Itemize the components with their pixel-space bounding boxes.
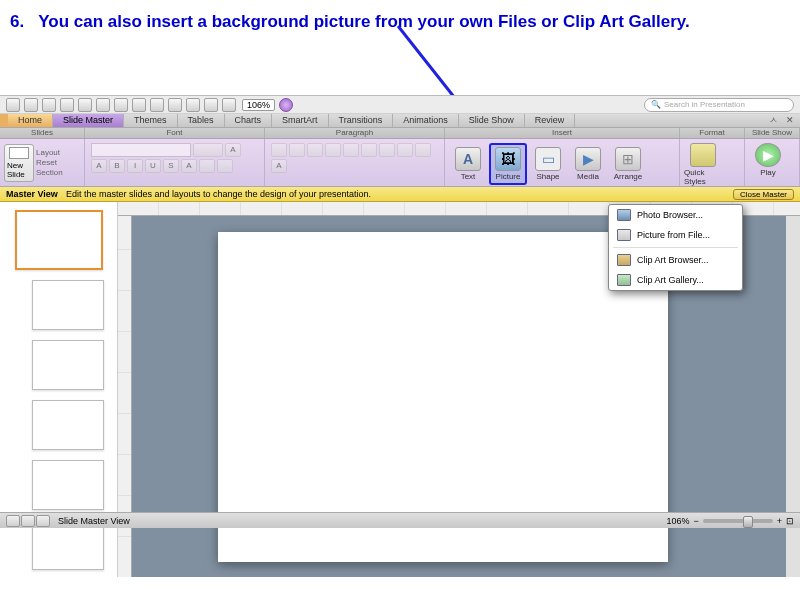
master-thumbnail[interactable] (15, 210, 103, 270)
format-icon[interactable] (168, 98, 182, 112)
group-label-format: Format (680, 128, 745, 138)
normal-view-icon[interactable] (6, 515, 20, 527)
tab-slide-master[interactable]: Slide Master (53, 114, 124, 127)
search-input[interactable]: Search in Presentation (644, 98, 794, 112)
ribbon-group-labels: Slides Font Paragraph Insert Format Slid… (0, 128, 800, 139)
numbering-icon[interactable] (289, 143, 305, 157)
clip-art-gallery-icon (617, 274, 631, 286)
text-button[interactable]: Text (449, 145, 487, 183)
shape-icon (535, 147, 561, 171)
undo-icon[interactable] (78, 98, 92, 112)
menu-clip-art-browser[interactable]: Clip Art Browser... (609, 250, 742, 270)
align-right-icon[interactable] (397, 143, 413, 157)
help-icon[interactable] (279, 98, 293, 112)
text-direction-icon[interactable]: A (271, 159, 287, 173)
shrink-font-icon[interactable]: A (91, 159, 107, 173)
status-bar: Slide Master View 106% − + ⊡ (0, 512, 800, 528)
zoom-display[interactable]: 106% (242, 99, 275, 111)
strike-button[interactable]: S (163, 159, 179, 173)
tool-icon[interactable] (222, 98, 236, 112)
group-insert: Text Picture Shape Media Arrange (445, 139, 680, 186)
font-color-icon[interactable]: A (181, 159, 197, 173)
highlight-icon[interactable] (199, 159, 215, 173)
tab-tables[interactable]: Tables (178, 114, 225, 127)
menu-separator (613, 247, 738, 248)
indent-right-icon[interactable] (325, 143, 341, 157)
play-button[interactable]: Play (749, 141, 787, 179)
tool-icon[interactable] (204, 98, 218, 112)
tool-icon[interactable] (186, 98, 200, 112)
align-left-icon[interactable] (361, 143, 377, 157)
reset-button[interactable]: Reset (36, 158, 63, 167)
zoom-in-icon[interactable]: + (777, 516, 782, 526)
shape-label: Shape (536, 172, 559, 181)
font-family-select[interactable] (91, 143, 191, 157)
tab-themes[interactable]: Themes (124, 114, 178, 127)
print-icon[interactable] (60, 98, 74, 112)
menu-label: Photo Browser... (637, 210, 703, 220)
clear-format-icon[interactable] (217, 159, 233, 173)
picture-icon (495, 147, 521, 171)
underline-button[interactable]: U (145, 159, 161, 173)
shape-button[interactable]: Shape (529, 145, 567, 183)
line-spacing-icon[interactable] (343, 143, 359, 157)
bullets-icon[interactable] (271, 143, 287, 157)
zoom-out-icon[interactable]: − (693, 516, 698, 526)
paste-icon[interactable] (150, 98, 164, 112)
group-label-insert: Insert (445, 128, 680, 138)
open-icon[interactable] (24, 98, 38, 112)
tab-animations[interactable]: Animations (393, 114, 459, 127)
tab-home[interactable]: Home (8, 114, 53, 127)
tab-transitions[interactable]: Transitions (329, 114, 394, 127)
sorter-view-icon[interactable] (21, 515, 35, 527)
menu-clip-art-gallery[interactable]: Clip Art Gallery... (609, 270, 742, 290)
fit-icon[interactable]: ⊡ (786, 516, 794, 526)
tab-slide-show[interactable]: Slide Show (459, 114, 525, 127)
menu-picture-from-file[interactable]: Picture from File... (609, 225, 742, 245)
tab-review[interactable]: Review (525, 114, 576, 127)
group-label-slides: Slides (0, 128, 85, 138)
slideshow-view-icon[interactable] (36, 515, 50, 527)
menu-label: Clip Art Browser... (637, 255, 709, 265)
arrange-button[interactable]: Arrange (609, 145, 647, 183)
slide-options: Layout Reset Section (36, 148, 63, 177)
collapse-ribbon-icon[interactable]: ㅅ ✕ (769, 114, 794, 127)
zoom-slider[interactable] (703, 519, 773, 523)
menu-photo-browser[interactable]: Photo Browser... (609, 205, 742, 225)
layout-thumbnail[interactable] (32, 340, 104, 390)
group-paragraph: A (265, 139, 445, 186)
section-button[interactable]: Section (36, 168, 63, 177)
save-icon[interactable] (42, 98, 56, 112)
new-icon[interactable] (6, 98, 20, 112)
new-slide-button[interactable]: New Slide (4, 144, 34, 182)
status-right: 106% − + ⊡ (666, 516, 794, 526)
tab-charts[interactable]: Charts (225, 114, 273, 127)
picture-button[interactable]: Picture (489, 143, 527, 185)
zoom-value: 106% (666, 516, 689, 526)
font-size-select[interactable] (193, 143, 223, 157)
menu-label: Clip Art Gallery... (637, 275, 704, 285)
media-button[interactable]: Media (569, 145, 607, 183)
tab-smartart[interactable]: SmartArt (272, 114, 329, 127)
arrange-label: Arrange (614, 172, 642, 181)
redo-icon[interactable] (96, 98, 110, 112)
instruction-text: 6.You can also insert a background pictu… (0, 0, 800, 32)
layout-button[interactable]: Layout (36, 148, 63, 157)
picture-file-icon (617, 229, 631, 241)
copy-icon[interactable] (132, 98, 146, 112)
quick-styles-button[interactable]: Quick Styles (684, 141, 722, 188)
italic-button[interactable]: I (127, 159, 143, 173)
layout-thumbnail[interactable] (32, 280, 104, 330)
home-indicator[interactable] (0, 114, 8, 127)
grow-font-icon[interactable]: A (225, 143, 241, 157)
close-master-button[interactable]: Close Master (733, 189, 794, 200)
cut-icon[interactable] (114, 98, 128, 112)
columns-icon[interactable] (415, 143, 431, 157)
layout-thumbnail[interactable] (32, 460, 104, 510)
picture-label: Picture (496, 172, 521, 181)
align-center-icon[interactable] (379, 143, 395, 157)
search-placeholder: Search in Presentation (664, 100, 745, 109)
bold-button[interactable]: B (109, 159, 125, 173)
indent-left-icon[interactable] (307, 143, 323, 157)
layout-thumbnail[interactable] (32, 400, 104, 450)
